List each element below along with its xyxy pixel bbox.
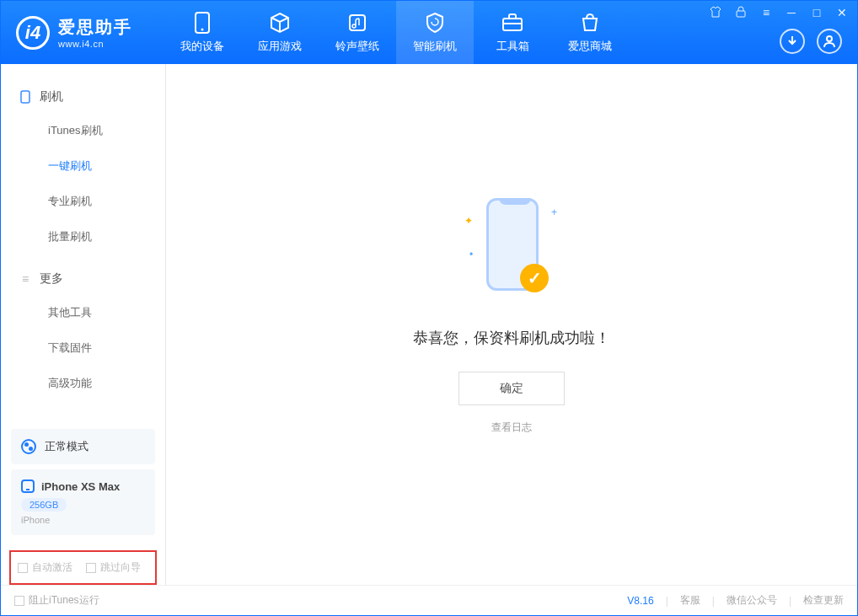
main-content: ✦ • + • ✓ 恭喜您，保资料刷机成功啦！ 确定 查看日志 xyxy=(166,64,857,585)
shop-icon xyxy=(579,12,601,34)
app-logo: i4 爱思助手 www.i4.cn xyxy=(16,16,164,50)
checkbox-block-itunes[interactable]: 阻止iTunes运行 xyxy=(14,593,99,608)
tab-shop[interactable]: 爱思商城 xyxy=(551,1,629,64)
check-badge-icon: ✓ xyxy=(520,264,549,292)
maximize-icon[interactable]: □ xyxy=(810,6,823,20)
device-mode-box[interactable]: 正常模式 xyxy=(11,429,155,464)
tab-flash[interactable]: 智能刷机 xyxy=(396,1,474,64)
download-button[interactable] xyxy=(780,29,805,54)
toolbox-icon xyxy=(501,12,523,34)
minimize-icon[interactable]: ─ xyxy=(785,6,798,20)
more-icon: ≡ xyxy=(19,273,31,285)
logo-icon: i4 xyxy=(16,16,50,50)
sidebar-item-advanced[interactable]: 高级功能 xyxy=(1,366,165,401)
cube-icon xyxy=(269,12,291,34)
sidebar-item-oneclick-flash[interactable]: 一键刷机 xyxy=(1,148,165,184)
main-tabs: 我的设备 应用游戏 铃声壁纸 智能刷机 工具箱 爱思商城 xyxy=(164,1,629,64)
checkbox-auto-activate[interactable]: 自动激活 xyxy=(18,560,72,575)
svg-rect-4 xyxy=(737,11,745,17)
sidebar-section-more: ≡ 更多 xyxy=(1,263,165,295)
success-message: 恭喜您，保资料刷机成功啦！ xyxy=(413,328,610,348)
device-type: iPhone xyxy=(21,515,145,525)
checkbox-icon xyxy=(14,596,24,606)
connected-device-box[interactable]: iPhone XS Max 256GB iPhone xyxy=(11,469,155,535)
sidebar-item-download-firmware[interactable]: 下载固件 xyxy=(1,330,165,366)
sidebar-section-flash: 刷机 xyxy=(1,81,165,113)
tab-ringtones[interactable]: 铃声壁纸 xyxy=(319,1,396,64)
mode-icon xyxy=(21,439,36,454)
shirt-icon[interactable] xyxy=(709,6,722,20)
sidebar-item-other-tools[interactable]: 其他工具 xyxy=(1,295,165,330)
sidebar-item-pro-flash[interactable]: 专业刷机 xyxy=(1,184,165,219)
status-bar: 阻止iTunes运行 V8.16 | 客服 | 微信公众号 | 检查更新 xyxy=(1,585,857,615)
logo-title: 爱思助手 xyxy=(58,16,132,39)
music-icon xyxy=(346,12,368,34)
menu-icon[interactable]: ≡ xyxy=(759,6,773,20)
checkbox-skip-guide[interactable]: 跳过向导 xyxy=(86,560,141,575)
device-small-icon xyxy=(21,479,35,493)
lock-icon[interactable] xyxy=(734,6,748,20)
phone-icon xyxy=(19,91,31,103)
footer-link-update[interactable]: 检查更新 xyxy=(803,593,844,608)
sidebar-item-batch-flash[interactable]: 批量刷机 xyxy=(1,219,165,254)
tab-toolbox[interactable]: 工具箱 xyxy=(474,1,551,64)
view-log-link[interactable]: 查看日志 xyxy=(491,420,532,435)
shield-icon xyxy=(424,12,446,34)
flash-options-highlight: 自动激活 跳过向导 xyxy=(9,550,157,585)
mode-label: 正常模式 xyxy=(45,439,88,454)
close-icon[interactable]: ✕ xyxy=(835,6,849,20)
user-button[interactable] xyxy=(817,29,842,54)
checkbox-icon xyxy=(86,563,96,573)
device-name: iPhone XS Max xyxy=(41,480,120,493)
sidebar-item-itunes-flash[interactable]: iTunes刷机 xyxy=(1,113,165,148)
svg-point-5 xyxy=(827,36,832,41)
svg-point-1 xyxy=(201,28,204,30)
app-header: i4 爱思助手 www.i4.cn 我的设备 应用游戏 铃声壁纸 智能刷机 工具… xyxy=(1,1,857,64)
footer-link-wechat[interactable]: 微信公众号 xyxy=(727,593,777,608)
version-label: V8.16 xyxy=(627,595,653,607)
device-icon xyxy=(191,12,213,34)
svg-rect-6 xyxy=(21,91,29,103)
device-capacity: 256GB xyxy=(21,498,67,512)
success-illustration: ✦ • + • ✓ xyxy=(461,198,562,308)
header-right-buttons xyxy=(780,29,842,54)
checkbox-icon xyxy=(18,563,28,573)
window-controls: ≡ ─ □ ✕ xyxy=(709,6,849,20)
svg-rect-2 xyxy=(350,15,365,30)
footer-link-support[interactable]: 客服 xyxy=(680,593,700,608)
logo-subtitle: www.i4.cn xyxy=(58,39,132,49)
tab-my-device[interactable]: 我的设备 xyxy=(164,1,241,64)
ok-button[interactable]: 确定 xyxy=(458,372,565,405)
tab-apps-games[interactable]: 应用游戏 xyxy=(241,1,319,64)
sidebar: 刷机 iTunes刷机 一键刷机 专业刷机 批量刷机 ≡ 更多 其他工具 下载固… xyxy=(1,64,166,585)
